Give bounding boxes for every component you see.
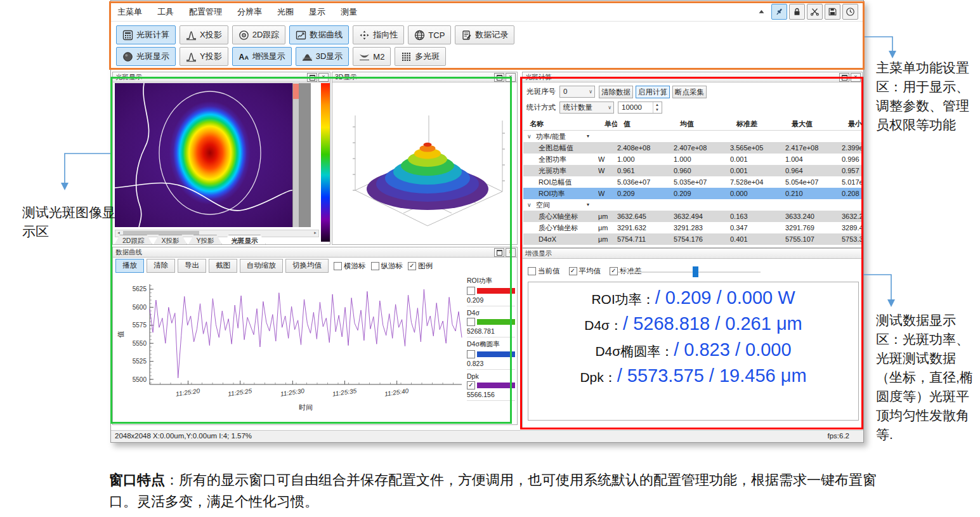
close-icon[interactable]: ×	[318, 73, 329, 82]
colorbar	[321, 83, 330, 242]
checkbox-icon[interactable]: ✓	[569, 267, 577, 275]
float-icon[interactable]	[839, 73, 849, 82]
table-group-功率/能量[interactable]: ∨功率/能量▾	[523, 131, 861, 142]
annotation-bottom-right: 测试数据显示区：光斑功率、光斑测试数据（坐标，直径,椭圆度等）光斑平顶均匀性发散…	[876, 311, 980, 444]
screenshot-root: { "menubar": {"items": ["主菜单","工具","配置管理…	[0, 0, 980, 517]
table-row[interactable]: ROI总幅值5.036e+075.035e+077.528e+045.054e+…	[523, 176, 861, 188]
toolbar-button-spot-calc[interactable]: 光斑计算	[116, 25, 176, 44]
legend-entry-D4σ: D4σ 5268.781	[467, 306, 515, 337]
table-row[interactable]: ROI功率W0.2090.2090.0000.2100.208151	[523, 188, 861, 199]
checkbox-icon[interactable]: ✓	[610, 267, 618, 275]
tab-2D跟踪[interactable]: 2D跟踪	[114, 235, 152, 245]
scroll-right-icon[interactable]: ▸	[312, 230, 318, 235]
float-icon[interactable]	[307, 73, 317, 82]
tab-光斑显示[interactable]: 光斑显示	[223, 235, 266, 245]
spinner-arrows-icon[interactable]: ▲▼	[653, 102, 661, 113]
expander-icon[interactable]: ∨	[527, 199, 532, 211]
checkbox-icon[interactable]	[371, 262, 379, 270]
toolbar-button-x-projection[interactable]: X投影	[180, 25, 228, 44]
close-icon[interactable]: ×	[851, 73, 861, 82]
curve-button-截图[interactable]: 截图	[209, 259, 237, 273]
legend-checkbox[interactable]	[467, 318, 475, 326]
tab-X投影[interactable]: X投影	[153, 235, 187, 245]
menu-item-6[interactable]: 测量	[341, 6, 357, 18]
clear-data-button[interactable]: 清除数据	[599, 86, 633, 98]
table-row[interactable]: 全图功率W1.0001.0000.0011.0040.996151	[523, 154, 861, 165]
beam-panel-title: 光斑显示	[115, 73, 142, 81]
enhance-slider-handle[interactable]	[693, 266, 698, 277]
curve-checkbox-图例[interactable]: ✓图例	[408, 261, 433, 271]
toolbar-button-directionality[interactable]: 指向性	[353, 25, 404, 44]
svg-text:5500: 5500	[133, 376, 147, 383]
menu-item-1[interactable]: 工具	[157, 6, 174, 18]
trend-chart[interactable]: 56255600557555505525550011:25:2011:25:25…	[114, 274, 467, 421]
table-row[interactable]: 质心X轴坐标μm3632.6453632.4940.1633633.240363…	[523, 211, 861, 222]
close-icon[interactable]: ×	[506, 248, 516, 257]
curve-checkbox-纵游标[interactable]: 纵游标	[371, 261, 403, 271]
table-row[interactable]: D4σXμm5754.7115754.1760.4015755.1075753.…	[523, 233, 861, 245]
table-header: 名称单位值均值标准差最大值最小值统计数量	[523, 118, 861, 131]
curve-checkbox-横游标[interactable]: 横游标	[334, 261, 366, 271]
statusbar: 2048x2048 X:0.00um,Y:0.00um I:4; 1.57% f…	[111, 430, 863, 442]
float-icon[interactable]	[494, 73, 504, 82]
enhance-checkbox-当前值[interactable]: 当前值	[528, 266, 560, 276]
checkbox-icon[interactable]: ✓	[408, 262, 416, 270]
curve-legend: ROI功率 0.209D4σ 5268.781D4σ椭圆率 0.823Dpk ✓…	[467, 274, 515, 401]
calc-table: 名称单位值均值标准差最大值最小值统计数量∨功率/能量▾全图总幅值2.408e+0…	[523, 118, 861, 245]
table-row[interactable]: 质心Y轴坐标μm3291.6323291.2830.3473291.769328…	[523, 222, 861, 233]
enhance-checkbox-平均值[interactable]: ✓平均值	[569, 266, 601, 276]
curve-button-播放[interactable]: 播放	[115, 259, 144, 273]
enable-calc-button[interactable]: 启用计算	[636, 86, 670, 98]
save-icon[interactable]	[825, 4, 840, 20]
toolbar-button-2d-tracking[interactable]: 2D跟踪	[232, 25, 286, 44]
table-group-空间[interactable]: ∨空间▾	[523, 199, 861, 211]
toolbar-button-m2[interactable]: M2	[353, 47, 391, 66]
stat-count-spinner[interactable]: 10000 ▲▼	[618, 101, 662, 114]
spot-seq-select[interactable]: 0	[559, 86, 595, 98]
table-row[interactable]: 光斑功率W0.9610.9600.0010.9640.957151	[523, 165, 861, 176]
stat-mode-select[interactable]: 统计数量	[559, 101, 614, 114]
toolbar-button-spot-display[interactable]: 光斑显示	[116, 47, 176, 66]
curve-button-导出[interactable]: 导出	[178, 259, 206, 273]
svg-text:11:25:40: 11:25:40	[384, 387, 410, 397]
beam-image-canvas[interactable]	[115, 83, 311, 227]
curve-button-切换均值[interactable]: 切换均值	[285, 259, 329, 273]
filter-icon[interactable]: ▾	[587, 199, 589, 211]
beam-vertical-scrollbar[interactable]	[293, 83, 299, 227]
checkbox-icon[interactable]	[528, 267, 536, 275]
cut-icon[interactable]	[807, 4, 823, 20]
toolbar-button-multi-spot[interactable]: 多光斑	[395, 47, 446, 66]
close-icon[interactable]: ×	[506, 73, 516, 82]
curve-button-清除[interactable]: 清除	[147, 259, 175, 273]
toolbar-button-enhanced-display[interactable]: AA增强显示	[232, 47, 292, 66]
legend-checkbox[interactable]	[467, 350, 475, 358]
menu-item-2[interactable]: 配置管理	[189, 6, 222, 18]
lock-icon[interactable]	[789, 4, 805, 20]
menu-item-5[interactable]: 显示	[309, 6, 325, 18]
pin-icon[interactable]	[771, 4, 787, 20]
menu-item-0[interactable]: 主菜单	[117, 6, 142, 18]
legend-checkbox[interactable]	[467, 287, 475, 295]
toolbar-button-data-record[interactable]: 数据记录	[455, 25, 514, 44]
enhance-slider-track[interactable]	[618, 272, 761, 273]
toolbar-button-data-curve[interactable]: 数据曲线	[289, 25, 349, 44]
history-icon[interactable]	[842, 4, 858, 20]
toolbar-button-tcp[interactable]: TCP	[408, 25, 451, 44]
enhance-readout-box: ROI功率：/ 0.209 / 0.000 WD4σ：/ 5268.818 / …	[528, 282, 859, 421]
menu-item-4[interactable]: 光圈	[277, 6, 294, 18]
collapse-icon[interactable]	[754, 4, 769, 20]
expander-icon[interactable]: ∨	[527, 131, 532, 142]
checkbox-icon[interactable]	[334, 262, 342, 270]
tab-Y投影[interactable]: Y投影	[188, 235, 222, 245]
curve-button-自动缩放[interactable]: 自动缩放	[240, 259, 283, 273]
breakpoint-capture-button[interactable]: 断点采集	[672, 86, 707, 98]
float-icon[interactable]	[494, 248, 504, 257]
calc-panel-titlebar: 光斑计算 ×	[523, 72, 862, 82]
legend-checkbox[interactable]: ✓	[467, 381, 475, 389]
toolbar-button-3d-display[interactable]: 3D显示	[296, 47, 350, 66]
table-row[interactable]: 全图总幅值2.408e+082.407e+083.565e+052.417e+0…	[523, 142, 861, 154]
toolbar-button-y-projection[interactable]: Y投影	[180, 47, 228, 66]
menu-item-3[interactable]: 分辨率	[237, 6, 262, 18]
filter-icon[interactable]: ▾	[587, 131, 589, 142]
surface-3d-plot[interactable]	[332, 82, 517, 245]
